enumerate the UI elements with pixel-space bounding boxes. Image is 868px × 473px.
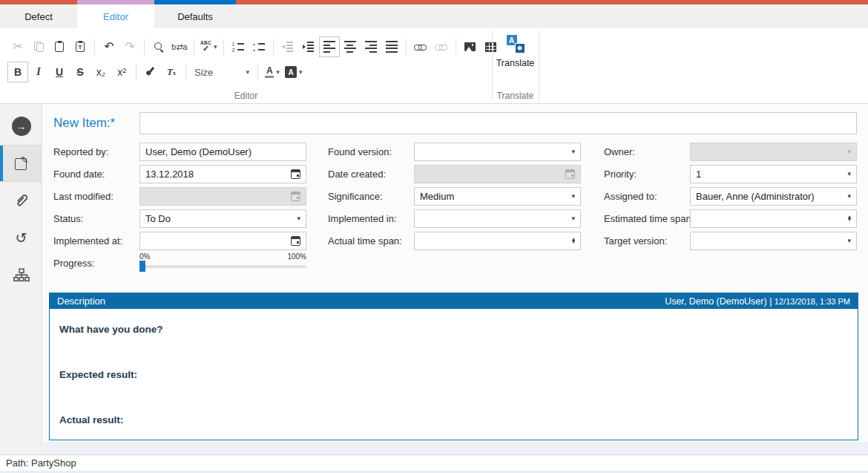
ribbon-group-separator	[539, 31, 539, 101]
priority-dropdown[interactable]: 1▾	[690, 165, 857, 183]
insert-image-button[interactable]	[460, 36, 481, 57]
font-size-dropdown[interactable]: Size ▾	[190, 62, 254, 82]
superscript-button[interactable]: x²	[111, 62, 132, 82]
tab-defaults[interactable]: Defaults	[154, 4, 236, 28]
status-dropdown[interactable]: To Do▾	[139, 209, 306, 228]
undo-button[interactable]: ↶	[99, 36, 119, 57]
subscript-button[interactable]: x₂	[91, 62, 111, 82]
last-modified-field	[139, 187, 306, 206]
form-row: Progress: 0% 100%	[53, 252, 306, 274]
chevron-down-icon: ▾	[571, 192, 575, 200]
progress-slider[interactable]: 0% 100%	[139, 251, 306, 278]
sidebar-item-attachments[interactable]	[0, 182, 42, 219]
estimated-time-span-stepper[interactable]: ▴▾	[690, 209, 857, 228]
slider-track[interactable]	[139, 265, 306, 268]
numbered-list-button[interactable]: 1 2	[228, 36, 249, 57]
list-bullet: •	[252, 48, 256, 53]
outdent-button[interactable]	[277, 36, 298, 57]
italic-button[interactable]: I	[28, 62, 49, 82]
align-center-button[interactable]	[340, 36, 361, 57]
significance-value: Medium	[420, 191, 568, 202]
sidebar-item-editor[interactable]: ✎	[0, 145, 42, 182]
sidebar-item-navigate[interactable]: →	[0, 108, 42, 145]
underline-icon: U	[56, 66, 63, 78]
field-label: Last modified:	[53, 191, 139, 202]
ribbon-separator	[223, 39, 224, 55]
paste-text-button[interactable]: T	[70, 36, 91, 57]
paperclip-icon	[14, 192, 29, 209]
bullet-list-button[interactable]: • •	[249, 36, 269, 57]
form-row: Actual time span: ▴▾	[328, 229, 581, 252]
chevron-down-icon: ▾	[847, 148, 851, 155]
form-row: Priority: 1▾	[604, 163, 857, 185]
ribbon-separator	[456, 39, 456, 55]
field-label: Significance:	[328, 191, 414, 202]
copy-icon	[34, 42, 44, 52]
insert-link-button[interactable]	[410, 36, 431, 57]
status-bar: Path: PartyShop	[0, 454, 868, 473]
form-row: Reported by:	[53, 140, 306, 163]
background-color-button[interactable]: A ▾	[283, 62, 305, 82]
redo-icon: ↷	[125, 41, 134, 53]
align-left-button[interactable]	[319, 36, 340, 57]
cut-button[interactable]: ✂	[7, 36, 28, 57]
underline-button[interactable]: U	[49, 62, 70, 82]
search-icon	[154, 42, 165, 53]
bold-button[interactable]: B	[7, 62, 28, 82]
form-row: Implemented in: ▾	[328, 207, 581, 229]
spinner-arrows-icon[interactable]: ▴▾	[572, 238, 575, 244]
format-painter-button[interactable]	[140, 62, 161, 82]
new-item-title-input[interactable]	[139, 112, 857, 134]
indent-icon	[303, 42, 314, 51]
ribbon-separator	[406, 39, 407, 55]
chevron-down-icon: ▾	[571, 215, 575, 222]
form-row: Target version: ▾	[604, 229, 857, 252]
found-version-dropdown[interactable]: ▾	[414, 143, 581, 161]
slider-handle[interactable]	[139, 261, 145, 272]
ribbon-group-label-translate: Translate	[492, 91, 539, 101]
copy-button[interactable]	[28, 36, 49, 57]
align-right-button[interactable]	[361, 36, 381, 57]
tab-editor[interactable]: Editor	[77, 4, 154, 28]
remove-link-button[interactable]	[431, 36, 452, 57]
translate-button[interactable]: A ✱ Translate	[493, 31, 538, 100]
spellcheck-button[interactable]: ABC✓ ▾	[198, 36, 220, 57]
indent-button[interactable]	[298, 36, 319, 57]
spinner-arrows-icon[interactable]: ▴▾	[848, 215, 851, 222]
reported-by-input[interactable]	[145, 146, 300, 157]
form-row: Owner: ▾	[604, 140, 857, 163]
align-left-icon	[323, 41, 335, 53]
sidebar-item-history[interactable]: ↺	[0, 219, 42, 256]
spellcheck-checkmark: ✓	[203, 45, 209, 53]
found-date-field[interactable]: 13.12.2018	[139, 165, 306, 183]
redo-button[interactable]: ↷	[119, 36, 140, 57]
form-column-1: Reported by: Found date: 13.12.2018 Last…	[53, 140, 306, 274]
implemented-at-field[interactable]	[139, 232, 306, 250]
sidebar-item-hierarchy[interactable]	[0, 256, 42, 293]
strikethrough-button[interactable]: S	[70, 62, 91, 82]
ribbon-separator	[144, 39, 145, 55]
chevron-down-icon: ▾	[246, 68, 249, 76]
description-meta: User, Demo (DemoUser) | 12/13/2018, 1:33…	[665, 296, 850, 307]
clear-formatting-button[interactable]: Tx	[161, 62, 182, 82]
actual-time-span-stepper[interactable]: ▴▾	[414, 232, 581, 250]
text-color-button[interactable]: A ▾	[262, 62, 283, 82]
tab-defect[interactable]: Defect	[0, 4, 77, 28]
target-version-dropdown[interactable]: ▾	[690, 232, 857, 250]
justify-button[interactable]	[381, 36, 402, 57]
ribbon: ✂ T ↶ ↷ b⇄a ABC✓ ▾ 1 2	[0, 28, 868, 104]
assigned-to-dropdown[interactable]: Bauer, Anne (Administrator)▾	[690, 187, 857, 206]
reported-by-field[interactable]	[139, 143, 306, 161]
calendar-icon[interactable]	[291, 236, 300, 246]
description-panel: Description User, Demo (DemoUser) | 12/1…	[49, 293, 858, 440]
translate-icon-char: ✱	[515, 43, 525, 53]
calendar-icon[interactable]	[291, 169, 300, 179]
paste-button[interactable]	[49, 36, 70, 57]
replace-button[interactable]: b⇄a	[169, 36, 190, 57]
description-header: Description User, Demo (DemoUser) | 12/1…	[50, 293, 858, 309]
progress-max-label: 100%	[287, 252, 306, 261]
find-button[interactable]	[148, 36, 169, 57]
field-label: Estimated time span:	[604, 213, 690, 224]
significance-dropdown[interactable]: Medium▾	[414, 187, 581, 206]
implemented-in-dropdown[interactable]: ▾	[414, 209, 581, 228]
